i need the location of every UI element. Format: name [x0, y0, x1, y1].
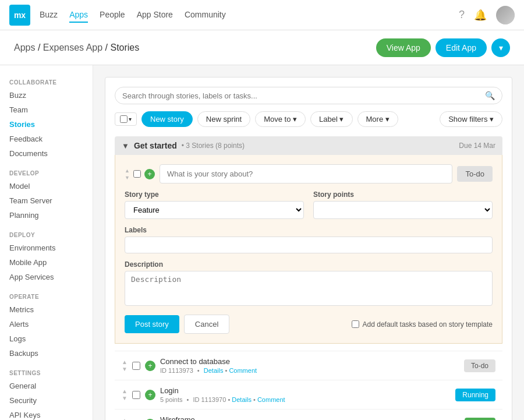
sidebar-item-alerts[interactable]: Alerts: [0, 317, 93, 331]
nav-people[interactable]: People: [100, 8, 125, 23]
new-story-button[interactable]: New story: [141, 111, 193, 127]
bell-icon[interactable]: 🔔: [474, 9, 487, 22]
sidebar-item-logs[interactable]: Logs: [0, 331, 93, 346]
sidebar-item-feedback[interactable]: Feedback: [0, 132, 93, 146]
story-points-group: Story points: [313, 190, 493, 219]
sidebar-item-security[interactable]: Security: [0, 393, 93, 408]
story-badge-0: To-do: [464, 359, 495, 372]
sidebar-item-mobileapp[interactable]: Mobile App: [0, 255, 93, 270]
story-meta-0: ID 1113973 • Details • Comment: [160, 367, 459, 374]
story-checkbox-1[interactable]: [132, 391, 140, 399]
sidebar-item-apikeys[interactable]: API Keys: [0, 408, 93, 420]
story-controls-2: ▲ ▼: [122, 418, 128, 421]
sidebar-item-backups[interactable]: Backups: [0, 346, 93, 361]
story-down-arrow-0[interactable]: ▼: [122, 366, 128, 372]
breadcrumb-bar: Apps / Expenses App / Stories View App E…: [0, 30, 524, 65]
sidebar-item-documents[interactable]: Documents: [0, 146, 93, 161]
nav-appstore[interactable]: App Store: [137, 8, 173, 23]
move-to-button[interactable]: Move to ▾: [255, 111, 306, 127]
story-comment-link-1[interactable]: Comment: [257, 396, 285, 403]
breadcrumb-app[interactable]: Expenses App: [43, 43, 102, 52]
default-tasks-checkbox[interactable]: [352, 320, 359, 328]
story-add-1[interactable]: +: [145, 390, 155, 400]
story-details-link-0[interactable]: Details: [204, 367, 224, 374]
breadcrumb-current: Stories: [110, 43, 139, 52]
story-type-label: Story type: [125, 190, 304, 199]
label-button[interactable]: Label ▾: [310, 111, 352, 127]
story-add-0[interactable]: +: [145, 361, 155, 371]
show-filters-button[interactable]: Show filters ▾: [440, 111, 502, 127]
sidebar-item-stories[interactable]: Stories: [0, 117, 93, 132]
sidebar-item-appservices[interactable]: App Services: [0, 270, 93, 284]
sidebar-item-buzz[interactable]: Buzz: [0, 88, 93, 103]
story-checkbox-0[interactable]: [132, 362, 140, 370]
story-up-arrow-icon[interactable]: ▲: [125, 168, 130, 174]
story-controls-1: ▲ ▼: [122, 389, 128, 401]
story-form-controls: ▲ ▼ +: [125, 168, 155, 181]
description-group: Description: [125, 260, 493, 308]
story-form-checkbox[interactable]: [133, 170, 141, 178]
story-type-group: Story type Feature: [125, 190, 304, 219]
sprint1-title: Get started: [134, 141, 177, 150]
view-app-button[interactable]: View App: [376, 38, 431, 57]
more-button[interactable]: More ▾: [357, 111, 398, 127]
sidebar-title-develop: Develop: [0, 165, 93, 179]
description-textarea[interactable]: [125, 271, 493, 306]
story-down-arrow-icon[interactable]: ▼: [125, 175, 130, 181]
story-controls-0: ▲ ▼: [122, 359, 128, 372]
search-input[interactable]: [122, 91, 485, 100]
story-up-arrow-0[interactable]: ▲: [122, 359, 128, 365]
default-tasks-label: Add default tasks based on story templat…: [352, 320, 493, 329]
nav-apps[interactable]: Apps: [69, 8, 88, 23]
story-up-arrow-2[interactable]: ▲: [122, 418, 128, 421]
story-type-select[interactable]: Feature: [125, 201, 304, 219]
checkbox-chevron-icon[interactable]: ▾: [129, 116, 132, 122]
edit-app-button[interactable]: Edit App: [436, 38, 487, 57]
toolbar: ▾ New story New sprint Move to ▾ Label ▾…: [115, 111, 502, 127]
story-details-link-1[interactable]: Details: [232, 396, 252, 403]
nav-buzz[interactable]: Buzz: [40, 8, 58, 23]
labels-group: Labels: [125, 226, 493, 253]
nav-community[interactable]: Community: [185, 8, 226, 23]
story-item-0: ▲ ▼ + Connect to database ID 1113973 • D…: [115, 351, 502, 380]
story-id-0: ID 1113973: [160, 367, 193, 374]
new-sprint-button[interactable]: New sprint: [197, 111, 250, 127]
sprint1-meta: • 3 Stories (8 points): [182, 142, 245, 150]
story-title-input[interactable]: [160, 164, 453, 183]
sprint1-toggle-icon[interactable]: ▼: [122, 142, 129, 150]
sidebar-item-model[interactable]: Model: [0, 179, 93, 193]
story-name-1: Login: [160, 386, 451, 395]
labels-input[interactable]: [125, 237, 493, 253]
post-story-button[interactable]: Post story: [125, 315, 179, 333]
story-add-icon[interactable]: +: [144, 169, 155, 179]
sidebar-item-team[interactable]: Team: [0, 103, 93, 117]
description-label: Description: [125, 260, 493, 269]
sidebar-item-teamserver[interactable]: Team Server: [0, 193, 93, 208]
checkbox-dropdown[interactable]: ▾: [115, 112, 137, 126]
sidebar-section-deploy: Deploy Environments Mobile App App Servi…: [0, 227, 93, 284]
edit-app-chevron[interactable]: ▾: [491, 38, 510, 57]
breadcrumb-actions: View App Edit App ▾: [376, 38, 510, 57]
top-nav: mx Buzz Apps People App Store Community …: [0, 0, 524, 30]
story-info-2: Wireframe 3 points • ID 1113969 • Detail…: [160, 415, 460, 420]
sidebar-item-metrics[interactable]: Metrics: [0, 302, 93, 317]
avatar[interactable]: [496, 6, 515, 24]
content: 🔍 ▾ New story New sprint Move to ▾ Label…: [93, 65, 524, 420]
cancel-button[interactable]: Cancel: [184, 315, 229, 334]
story-up-arrow-1[interactable]: ▲: [122, 389, 128, 394]
story-comment-link-0[interactable]: Comment: [229, 367, 257, 374]
sidebar-item-environments[interactable]: Environments: [0, 241, 93, 255]
story-badge-2: Done: [465, 418, 495, 421]
story-status-button[interactable]: To-do: [457, 166, 493, 182]
breadcrumb: Apps / Expenses App / Stories: [14, 43, 139, 53]
nav-links: Buzz Apps People App Store Community: [40, 8, 459, 23]
sprint1-header: ▼ Get started • 3 Stories (8 points) Due…: [115, 136, 502, 155]
sidebar-item-general[interactable]: General: [0, 379, 93, 393]
story-points-select[interactable]: [313, 201, 493, 219]
help-icon[interactable]: ?: [459, 9, 465, 21]
breadcrumb-apps[interactable]: Apps: [14, 43, 35, 52]
story-down-arrow-1[interactable]: ▼: [122, 396, 128, 401]
sidebar-item-planning[interactable]: Planning: [0, 208, 93, 223]
select-all-checkbox[interactable]: [120, 115, 128, 123]
app-logo: mx: [9, 5, 30, 26]
